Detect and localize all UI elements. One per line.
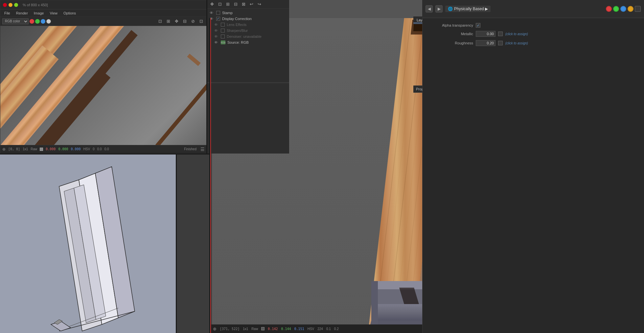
metallic-input[interactable] (476, 31, 495, 37)
browser-icon-2 (613, 6, 619, 12)
eye-sharpen-blur[interactable]: 👁 (214, 29, 219, 33)
copy-btn[interactable]: ✥ (173, 18, 180, 25)
save-btn[interactable]: ⊡ (156, 18, 164, 25)
menu-view[interactable]: View (47, 11, 60, 16)
svg-marker-24 (371, 281, 378, 327)
browser-back-btn[interactable]: ◀ (426, 5, 433, 12)
vp-s: 0.1 (326, 327, 331, 331)
layer-merge-btn[interactable]: ⊞ (224, 1, 231, 8)
metallic-checkbox[interactable] (498, 32, 503, 36)
menu-image[interactable]: Image (31, 11, 47, 16)
roughness-input[interactable] (476, 40, 495, 46)
horizontal-divider-1 (0, 154, 210, 155)
metallic-label: Metallic (427, 32, 473, 36)
layer-delete-btn[interactable]: ⊟ (232, 1, 239, 8)
layer-redo-btn[interactable]: ↪ (256, 1, 263, 8)
vp-colorspace: HSV (308, 327, 314, 331)
vp-v: 0.2 (334, 327, 339, 331)
roughness-label: Roughness (427, 41, 473, 45)
right-properties-panel: Alpha transparency ✓ Metallic (click to … (422, 0, 644, 333)
options-btn[interactable]: ⊘ (189, 18, 196, 25)
menu-render[interactable]: Render (13, 11, 31, 16)
layer-display-correction[interactable]: 👁 ✓ Display Correction (207, 16, 289, 22)
menu-options[interactable]: Options (61, 11, 79, 16)
address-icon: 🌐 (448, 7, 453, 11)
panel-divider[interactable] (207, 82, 289, 83)
red-divider-line (210, 18, 211, 333)
forward-icon: ▶ (438, 7, 441, 11)
minimize-btn[interactable] (9, 3, 12, 7)
layers-panel-window: Layers Stats Log ✥ ⊡ ⊞ ⊟ ⊠ ↩ ↪ 👁 Stamp 👁… (207, 0, 289, 154)
layers-list: 👁 Stamp 👁 ✓ Display Correction 👁 Lens Ef… (207, 9, 289, 47)
label-stamp: Stamp (222, 11, 233, 15)
hsv-s: 0.0 (97, 147, 102, 151)
close-btn[interactable] (3, 3, 7, 7)
roughness-assign-hint: (click to assign) (505, 41, 528, 45)
cb-sharpen-blur[interactable] (221, 29, 225, 33)
render-b-value: 0.000 (71, 147, 80, 151)
label-denoiser: Denoiser: unavailable (227, 35, 262, 38)
icon-source-rgb: RGB (221, 40, 225, 44)
metallic-assign-hint: (click to assign) (505, 32, 528, 36)
label-lens-effects: Lens Effects (227, 23, 246, 27)
layer-undo-btn[interactable]: ↩ (248, 1, 255, 8)
render-status: Finished (184, 147, 196, 151)
channel-red-dot[interactable] (30, 19, 34, 24)
cb-lens-effects[interactable] (221, 23, 225, 27)
render-coords: [0, 0] (8, 147, 20, 151)
maximize-btn[interactable] (14, 3, 18, 7)
roughness-checkbox[interactable] (498, 41, 503, 45)
layer-move-btn[interactable]: ✥ (208, 1, 216, 8)
layer-copy-btn[interactable]: ⊡ (216, 1, 223, 8)
eye-denoiser[interactable]: 👁 (214, 35, 219, 38)
save-new-btn[interactable]: ⊞ (165, 18, 172, 25)
channel-alpha-dot[interactable] (46, 19, 51, 24)
scale-label: 1x1 (23, 147, 28, 151)
channel-green-dot[interactable] (35, 19, 40, 24)
cb-denoiser[interactable] (221, 35, 225, 38)
colorspace-label: HSV (83, 147, 90, 151)
fullscreen-btn[interactable]: ⊟ (181, 18, 188, 25)
cb-stamp[interactable] (216, 11, 220, 15)
hsv-h: 0 (93, 147, 95, 151)
menu-file[interactable]: File (2, 11, 13, 16)
render-toolbar: RGB color ⊡ ⊞ ✥ ⊟ ⊘ ⊡ (0, 17, 207, 26)
back-icon: ◀ (428, 7, 431, 11)
layer-stamp[interactable]: 👁 Stamp (207, 10, 289, 16)
channel-blue-dot[interactable] (41, 19, 45, 24)
color-mode-select[interactable]: RGB color (2, 18, 29, 24)
viewport-bottom-left (0, 154, 176, 333)
layer-denoiser[interactable]: 👁 Denoiser: unavailable (207, 34, 289, 39)
props-row-alpha: Alpha transparency ✓ (426, 21, 641, 29)
vp-g-val: 0.144 (281, 327, 291, 331)
window-controls (3, 3, 18, 7)
render-statusbar: ⊕ [0, 0] 1x1 Raw 0.000 0.000 0.000 HSV 0… (0, 145, 207, 153)
vp-r-val: 0.142 (268, 327, 278, 331)
layer-sharpen-blur[interactable]: 👁 Sharpen/Blur (207, 28, 289, 34)
layer-lens-effects[interactable]: 👁 Lens Effects (207, 22, 289, 28)
render-g-value: 0.000 (58, 147, 68, 151)
cb-display-correction[interactable]: ✓ (216, 17, 220, 21)
vp-scale: 1x1 (243, 327, 248, 331)
render-menu-icon[interactable]: ☰ (200, 147, 205, 152)
browser-address-bar[interactable]: 🌐 Physically Based ▶ (445, 6, 491, 12)
alpha-checkbox[interactable]: ✓ (476, 23, 480, 28)
browser-icon-5 (635, 6, 641, 12)
cursor-icon: ⊕ (2, 147, 6, 152)
eye-stamp[interactable]: 👁 (210, 11, 214, 15)
eye-lens-effects[interactable]: 👁 (214, 23, 219, 27)
render-r-value: 0.000 (46, 147, 56, 151)
vertical-divider-1 (206, 0, 207, 154)
header-btn[interactable]: ⊡ (197, 18, 205, 25)
eye-source-rgb[interactable]: 👁 (214, 40, 219, 44)
browser-forward-btn[interactable]: ▶ (435, 5, 443, 12)
vp-mode: Raw (251, 327, 258, 331)
layer-reorder-btn[interactable]: ⊠ (240, 1, 247, 8)
browser-icon-3 (620, 6, 626, 12)
wireframe-svg (0, 154, 176, 333)
vp-coords: [371, 522] (220, 327, 240, 331)
layers-toolbar: ✥ ⊡ ⊞ ⊟ ⊠ ↩ ↪ (207, 0, 289, 9)
label-display-correction: Display Correction (222, 17, 252, 21)
layer-source-rgb[interactable]: 👁 RGB Source: RGB (207, 39, 289, 45)
props-row-metallic: Metallic (click to assign) (426, 29, 641, 38)
